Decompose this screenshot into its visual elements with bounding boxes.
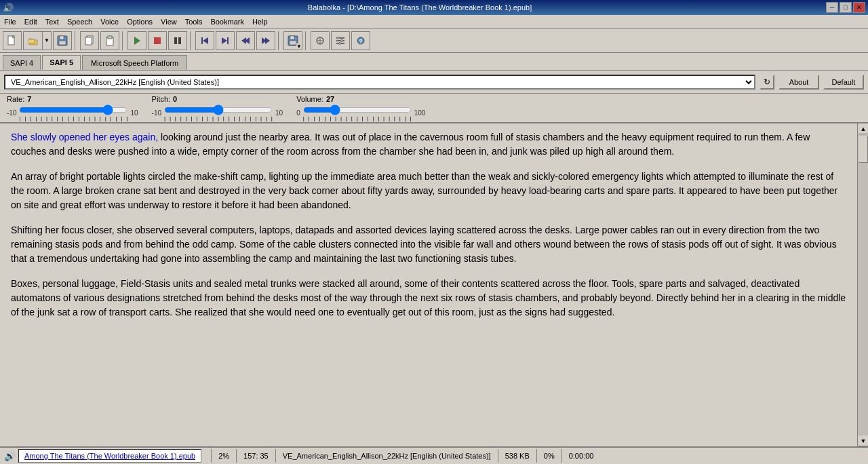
tab-sapi4[interactable]: SAPI 4: [3, 55, 41, 70]
toolbar-settings3-button[interactable]: ?: [351, 31, 370, 50]
voice-select[interactable]: VE_American_English_Allison_22kHz [Engli…: [4, 75, 755, 90]
toolbar-settings1-button[interactable]: [311, 31, 330, 50]
menu-text[interactable]: Text: [41, 16, 63, 27]
svg-rect-6: [85, 37, 92, 45]
status-extra: 0%: [541, 452, 557, 460]
tabbar: SAPI 4 SAPI 5 Microsoft Speech Platform: [0, 53, 868, 71]
status-sep-6: [561, 449, 562, 463]
scroll-thumb[interactable]: [859, 136, 868, 163]
svg-rect-22: [290, 36, 294, 39]
titlebar-left: 🔊: [3, 3, 14, 13]
menu-voice[interactable]: Voice: [96, 16, 123, 27]
status-filename[interactable]: Among The Titans (The Worldbreaker Book …: [18, 449, 201, 463]
scroll-track[interactable]: [858, 134, 868, 436]
svg-rect-23: [290, 41, 296, 45]
volume-slider-group: Volume: 27 0 ||||||||||||||||||||| 100: [296, 95, 425, 121]
text-content[interactable]: She slowly opened her eyes again, lookin…: [0, 123, 857, 446]
svg-rect-14: [201, 37, 203, 44]
toolbar-stop-button[interactable]: [148, 31, 167, 50]
status-time: 0:00:00: [566, 452, 597, 460]
status-sep-4: [498, 449, 498, 463]
volume-slider[interactable]: [303, 104, 412, 115]
toolbar-new-button[interactable]: [3, 31, 22, 50]
scrollbar[interactable]: ▲ ▼: [857, 123, 868, 446]
rate-slider[interactable]: [19, 104, 127, 115]
menu-file[interactable]: File: [0, 16, 20, 27]
pitch-value: 0: [173, 95, 177, 103]
menu-tools[interactable]: Tools: [181, 16, 207, 27]
pitch-min: -10: [152, 109, 161, 117]
paragraph-2: An array of bright portable lights circl…: [11, 170, 846, 212]
content-area: She slowly opened her eyes again, lookin…: [0, 123, 868, 446]
toolbar-prev-button[interactable]: [195, 31, 214, 50]
sliderbar: Rate: 7 -10 ||||||||||||||||||||| 10 Pit…: [0, 94, 868, 123]
toolbar-copy2-button[interactable]: [100, 31, 119, 50]
minimize-button[interactable]: ─: [826, 2, 838, 13]
svg-rect-10: [154, 37, 161, 44]
voicebar: VE_American_English_Allison_22kHz [Engli…: [0, 71, 868, 94]
pitch-label: Pitch:: [152, 95, 171, 103]
svg-rect-4: [59, 41, 66, 45]
status-voice: VE_American_English_Allison_22kHz [Engli…: [280, 452, 494, 460]
toolbar-settings2-button[interactable]: [331, 31, 350, 50]
scroll-down-button[interactable]: ▼: [858, 436, 868, 446]
svg-point-30: [338, 37, 340, 39]
default-button[interactable]: Default: [823, 75, 864, 90]
svg-rect-16: [227, 37, 229, 44]
rate-label: Rate:: [7, 95, 24, 103]
status-percent: 2%: [216, 452, 232, 460]
paragraph-3: Shifting her focus closer, she observed …: [11, 223, 846, 266]
svg-marker-9: [134, 37, 140, 45]
menu-options[interactable]: Options: [123, 16, 157, 27]
app-small-icon: 🔊: [4, 450, 16, 461]
toolbar-pause-button[interactable]: [168, 31, 187, 50]
svg-marker-15: [222, 37, 227, 44]
menu-edit[interactable]: Edit: [20, 16, 41, 27]
status-position: 157: 35: [241, 452, 271, 460]
toolbar-sep-4: [278, 31, 281, 50]
status-sep-1: [211, 449, 212, 463]
app-icon: 🔊: [3, 3, 14, 13]
toolbar-open-button[interactable]: [23, 31, 42, 50]
status-sep-5: [536, 449, 537, 463]
toolbar-open-dropdown[interactable]: ▼: [42, 31, 52, 50]
status-sep-2: [236, 449, 237, 463]
titlebar-title: Balabolka - [D:\Among The Titans (The Wo…: [14, 3, 826, 12]
pitch-max: 10: [275, 109, 283, 117]
rate-value: 7: [27, 95, 31, 103]
toolbar-open-group[interactable]: ▼: [23, 31, 52, 50]
svg-marker-1: [12, 36, 14, 38]
maximize-button[interactable]: □: [840, 2, 852, 13]
toolbar-copy1-button[interactable]: [80, 31, 99, 50]
toolbar-save-button[interactable]: [53, 31, 72, 50]
toolbar-rewind-button[interactable]: [236, 31, 255, 50]
tab-msp[interactable]: Microsoft Speech Platform: [82, 55, 187, 70]
toolbar-play-button[interactable]: [127, 31, 146, 50]
menu-bookmark[interactable]: Bookmark: [206, 16, 248, 27]
tab-sapi5[interactable]: SAPI 5: [42, 55, 81, 70]
toolbar-forward-button[interactable]: [256, 31, 275, 50]
status-filesize: 538 KB: [502, 452, 532, 460]
refresh-button[interactable]: ↻: [760, 75, 774, 90]
menu-view[interactable]: View: [157, 16, 181, 27]
close-button[interactable]: ✕: [853, 2, 865, 13]
toolbar-savespeech-button[interactable]: ▼: [283, 31, 302, 50]
highlight-text: She slowly opened her eyes again,: [11, 132, 158, 142]
volume-max: 100: [414, 109, 426, 117]
toolbar-next-button[interactable]: [216, 31, 235, 50]
rate-min: -10: [7, 109, 16, 117]
pitch-slider[interactable]: [164, 104, 273, 115]
titlebar-controls: ─ □ ✕: [826, 2, 865, 13]
about-button[interactable]: About: [778, 75, 819, 90]
menu-speech[interactable]: Speech: [63, 16, 96, 27]
svg-point-31: [341, 39, 343, 41]
statusbar: 🔊 Among The Titans (The Worldbreaker Boo…: [0, 446, 868, 464]
pitch-slider-group: Pitch: 0 -10 ||||||||||||||||||||| 10: [152, 95, 283, 121]
svg-point-32: [339, 42, 341, 44]
paragraph-1: She slowly opened her eyes again, lookin…: [11, 130, 846, 159]
menu-help[interactable]: Help: [248, 16, 272, 27]
scroll-up-button[interactable]: ▲: [858, 123, 868, 134]
rate-slider-group: Rate: 7 -10 ||||||||||||||||||||| 10: [7, 95, 138, 121]
titlebar: 🔊 Balabolka - [D:\Among The Titans (The …: [0, 0, 868, 15]
status-sep-3: [275, 449, 276, 463]
